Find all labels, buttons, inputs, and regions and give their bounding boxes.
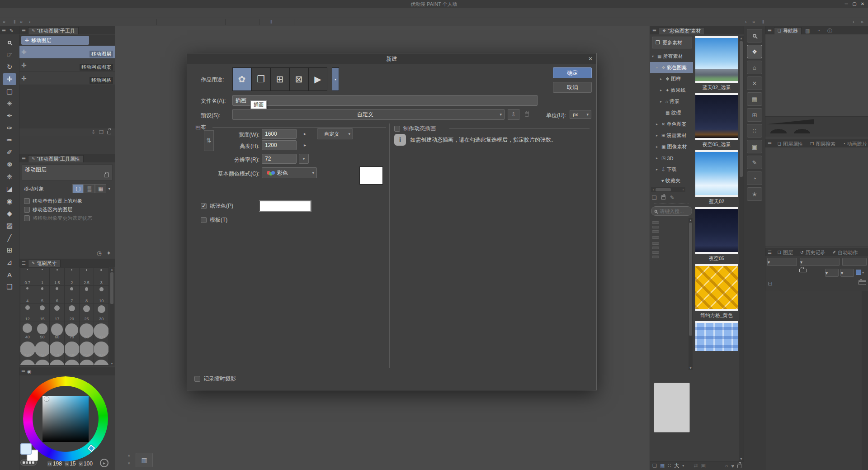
overlay-material-icon[interactable]: ▣ bbox=[701, 463, 706, 469]
width-input[interactable] bbox=[262, 129, 297, 139]
brush-size-cell[interactable]: 10 bbox=[94, 286, 108, 304]
template-checkbox[interactable] bbox=[201, 217, 207, 223]
简约方格_黄色[interactable]: 简约方格_黄色 bbox=[695, 264, 738, 320]
auto-select-tool[interactable]: ✳ bbox=[3, 98, 16, 109]
move-layer-tool[interactable]: ✛ bbox=[3, 73, 16, 85]
material-menu-icon[interactable]: ☰ bbox=[650, 27, 659, 34]
brush-size-cell[interactable]: 7 bbox=[65, 286, 79, 304]
brush-size-cell[interactable]: 60 bbox=[50, 322, 64, 340]
checkbox[interactable] bbox=[24, 207, 30, 213]
brush-size-cell[interactable] bbox=[35, 358, 50, 366]
tag-scrollbar[interactable]: ▴ ▾ bbox=[689, 218, 693, 370]
brush-size-cell[interactable]: 20 bbox=[65, 304, 79, 322]
material-tag[interactable] bbox=[652, 221, 659, 224]
main-color-swatch[interactable] bbox=[20, 443, 32, 455]
brush-size-cell[interactable]: 40 bbox=[20, 322, 35, 340]
scroll-left-icon[interactable]: ‹ bbox=[651, 188, 656, 192]
toolbar-icon[interactable] bbox=[259, 19, 262, 25]
material-search-shortcut[interactable] bbox=[747, 29, 762, 43]
dots-icon[interactable]: ∷ bbox=[668, 463, 671, 469]
brush-size-cell[interactable]: 4 bbox=[20, 286, 35, 304]
blend-mode-select[interactable]: ▾ bbox=[767, 258, 797, 266]
subtool-item[interactable]: ✛ 移动图层 bbox=[19, 46, 115, 59]
dpi-select-icon[interactable]: ▾ bbox=[299, 154, 309, 164]
canvas-scroll-up-icon[interactable]: ▴ bbox=[128, 453, 130, 457]
material-tree-item[interactable]: ▸ ⇩ 下载 bbox=[650, 164, 693, 175]
brush-size-cell[interactable] bbox=[94, 358, 108, 366]
operate-tool[interactable]: ↻ bbox=[3, 61, 16, 73]
sv-square[interactable] bbox=[42, 396, 89, 442]
canvas-scroll-down-icon[interactable]: ▾ bbox=[128, 461, 130, 465]
pen-tool[interactable]: ✑ bbox=[3, 122, 16, 134]
toolprop-checkbox-row[interactable]: 将移动对象变更为选定状态 bbox=[24, 215, 110, 222]
minimize-button[interactable]: ─ bbox=[843, 0, 850, 8]
timeline-toggle-button[interactable]: ▥ bbox=[136, 453, 153, 467]
brush-scrollbar[interactable]: ▴ ▾ bbox=[109, 267, 114, 366]
paste-material-icon[interactable]: ⇄ bbox=[693, 463, 698, 469]
navigator-viewport[interactable] bbox=[765, 34, 868, 117]
brush-size-cell[interactable]: 1.5 bbox=[50, 268, 64, 285]
dock-tab[interactable]: ↺ 历史记录 bbox=[797, 249, 829, 256]
夜空05_远景[interactable]: 夜空05_远景 bbox=[695, 93, 738, 149]
material-tag[interactable] bbox=[652, 236, 659, 239]
move-target-grid-button[interactable]: ▦ bbox=[95, 184, 106, 193]
gradient-tool[interactable]: ▨ bbox=[3, 220, 16, 232]
collapse-left2-icon[interactable]: « bbox=[20, 18, 23, 26]
folder-3d[interactable]: ◔ bbox=[747, 171, 762, 185]
dock-tab[interactable]: ✐ 自动动作 bbox=[829, 249, 862, 256]
wrench-icon[interactable]: ✦ bbox=[106, 250, 111, 256]
material-scrollbar[interactable]: ▴ ▾ bbox=[739, 36, 744, 461]
cancel-button[interactable]: 取消 bbox=[553, 82, 592, 93]
toolbar-icon[interactable] bbox=[156, 19, 159, 25]
material-tag[interactable] bbox=[652, 256, 659, 258]
collapse-folders-icon[interactable]: ⊟ bbox=[766, 280, 774, 287]
use-animation-button[interactable]: ▶ bbox=[308, 67, 327, 91]
ruler-range-select[interactable]: ▾ bbox=[825, 269, 839, 277]
toolprop-checkbox-row[interactable]: 移动选区内的图层 bbox=[24, 206, 110, 213]
lock-icon[interactable] bbox=[104, 174, 108, 177]
dpi-input[interactable] bbox=[262, 154, 297, 164]
timelapse-checkbox[interactable] bbox=[194, 376, 200, 382]
dock-tab[interactable]: ❏ 图层 bbox=[774, 249, 797, 256]
favorite-icon[interactable]: ♥ bbox=[731, 463, 734, 469]
folder-image[interactable]: ▣ bbox=[747, 140, 762, 153]
maximize-button[interactable]: ▢ bbox=[851, 0, 858, 8]
size-preset-select[interactable]: 自定义 ▾ bbox=[317, 128, 353, 139]
brush-footer-menu-icon[interactable]: ☰ bbox=[21, 369, 25, 374]
use-comic-multi-button[interactable]: ⊞ bbox=[270, 67, 289, 91]
brush-size-cell[interactable]: 30 bbox=[94, 304, 108, 322]
brush-size-cell[interactable]: 150 bbox=[35, 340, 50, 358]
toolbar-icon[interactable] bbox=[181, 19, 184, 25]
tab-item-bank-icon[interactable]: ◔ bbox=[813, 27, 824, 34]
frame-border-tool[interactable]: ⊞ bbox=[3, 244, 16, 256]
brush-size-cell[interactable]: 50 bbox=[35, 322, 50, 340]
new-folder-icon[interactable]: ❏ bbox=[652, 195, 657, 201]
navigator-menu-icon[interactable]: ☰ bbox=[765, 27, 774, 34]
preset-select[interactable]: 自定义 ▾ bbox=[232, 109, 505, 120]
material-tree-item[interactable]: ▸ ✕ 单色图案 bbox=[650, 119, 693, 130]
edit-folder-icon[interactable]: ✎ bbox=[670, 195, 675, 201]
brush-size-cell[interactable]: 170 bbox=[50, 340, 64, 358]
folder-monochrome[interactable]: ✕ bbox=[747, 76, 762, 90]
fill-tool[interactable]: ◆ bbox=[3, 208, 16, 219]
brush-size-cell[interactable]: 0.7 bbox=[20, 268, 35, 285]
material-tree-item[interactable]: ▦ 纹理 bbox=[650, 107, 693, 119]
swap-wh-button[interactable]: ⇅ bbox=[204, 130, 214, 151]
layer-list[interactable] bbox=[765, 291, 862, 470]
brush-size-cell[interactable]: 300 bbox=[94, 340, 108, 358]
material-tag[interactable] bbox=[652, 230, 659, 233]
material-tree-item[interactable]: ▾ ▦ 所有素材 bbox=[650, 51, 693, 62]
use-more-icon[interactable]: ▾ bbox=[332, 67, 339, 91]
collapse-arrow-icon[interactable]: ‹ bbox=[29, 18, 31, 26]
brush-size-cell[interactable]: 6 bbox=[50, 286, 64, 304]
eraser-tool[interactable]: ◪ bbox=[3, 183, 16, 195]
folder-edit[interactable]: ✎ bbox=[747, 156, 762, 169]
toolprop-menu-icon[interactable]: ☰ bbox=[19, 155, 28, 162]
expand-right-icon[interactable]: › bbox=[745, 18, 747, 26]
material-tag[interactable] bbox=[652, 242, 659, 245]
airbrush-tool[interactable]: ❅ bbox=[3, 159, 16, 171]
material-tree-item[interactable]: ▸ ◳ 3D bbox=[650, 152, 693, 164]
brush-tool[interactable]: ✐ bbox=[3, 147, 16, 158]
tab-information-icon[interactable]: ⓘ bbox=[824, 27, 836, 34]
layer-menu-icon[interactable]: ☰ bbox=[765, 248, 774, 256]
